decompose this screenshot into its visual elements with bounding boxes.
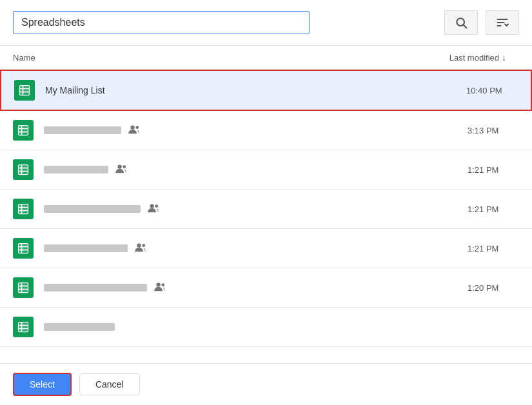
sort-button[interactable] (486, 10, 519, 35)
file-modified-time: 1:21 PM (468, 204, 519, 214)
file-name (44, 124, 468, 137)
svg-point-36 (137, 243, 141, 247)
table-row[interactable]: 3:13 PM (0, 111, 532, 150)
svg-point-30 (155, 204, 158, 208)
sort-icon (496, 16, 509, 29)
file-name (44, 281, 468, 295)
search-icon (455, 16, 468, 29)
cancel-button[interactable]: Cancel (79, 373, 140, 395)
svg-point-37 (142, 244, 145, 247)
spreadsheet-picker-dialog: Name Last modified ↓ My Mailing List10:4… (0, 0, 532, 405)
svg-point-23 (123, 165, 126, 168)
file-name (44, 242, 468, 255)
svg-line-1 (464, 25, 467, 28)
redacted-name-bar (44, 323, 115, 331)
svg-point-29 (150, 204, 153, 208)
search-input-wrapper (13, 11, 437, 34)
file-name-text: My Mailing List (45, 85, 105, 95)
svg-rect-24 (19, 204, 28, 214)
shared-icon (147, 202, 160, 216)
file-name (44, 202, 468, 216)
file-modified-time: 3:13 PM (468, 126, 519, 135)
table-row[interactable]: My Mailing List10:40 PM (0, 70, 532, 111)
svg-rect-31 (19, 244, 28, 253)
file-name: My Mailing List (45, 85, 466, 95)
svg-point-43 (156, 282, 160, 286)
search-button[interactable] (444, 10, 478, 35)
svg-point-44 (161, 283, 164, 286)
shared-icon (153, 281, 166, 295)
redacted-name-bar (44, 166, 108, 173)
svg-rect-38 (19, 283, 28, 293)
spreadsheet-icon (13, 120, 34, 141)
column-headers: Name Last modified ↓ (0, 46, 532, 70)
redacted-name-bar (44, 284, 147, 291)
table-row[interactable]: 1:21 PM (0, 229, 532, 268)
spreadsheet-icon (13, 238, 34, 259)
svg-rect-5 (20, 86, 30, 95)
spreadsheet-icon (13, 277, 34, 298)
file-modified-time: 1:20 PM (468, 283, 519, 293)
shared-icon (134, 242, 147, 255)
redacted-name-bar (44, 205, 141, 213)
shared-icon (128, 124, 141, 137)
column-modified-header[interactable]: Last modified ↓ (449, 52, 519, 63)
table-row[interactable]: 1:21 PM (0, 150, 532, 190)
svg-rect-10 (19, 126, 28, 135)
file-name (44, 163, 468, 177)
svg-point-16 (135, 126, 139, 129)
table-row[interactable]: 1:21 PM (0, 190, 532, 229)
spreadsheet-icon (13, 159, 34, 180)
file-name (44, 323, 468, 331)
svg-point-15 (130, 125, 134, 129)
redacted-name-bar (44, 244, 128, 252)
spreadsheet-icon (13, 317, 34, 337)
file-modified-time: 1:21 PM (468, 165, 519, 175)
file-modified-time: 10:40 PM (466, 86, 518, 95)
column-name-header: Name (13, 53, 449, 63)
redacted-name-bar (44, 126, 121, 134)
table-row[interactable]: 1:20 PM (0, 268, 532, 308)
svg-point-22 (117, 164, 121, 168)
shared-icon (115, 163, 128, 177)
spreadsheet-icon (14, 80, 35, 101)
last-modified-label: Last modified (449, 53, 499, 63)
svg-rect-45 (19, 322, 28, 332)
search-input[interactable] (13, 11, 310, 34)
select-button[interactable]: Select (13, 373, 72, 396)
table-row[interactable] (0, 308, 532, 347)
dialog-header (0, 0, 532, 46)
file-modified-time: 1:21 PM (468, 244, 519, 253)
file-list: My Mailing List10:40 PM 3:13 PM 1:21 (0, 70, 532, 363)
dialog-footer: Select Cancel (0, 363, 532, 405)
sort-arrow-icon: ↓ (502, 52, 506, 63)
svg-rect-17 (19, 165, 28, 175)
spreadsheet-icon (13, 199, 34, 219)
